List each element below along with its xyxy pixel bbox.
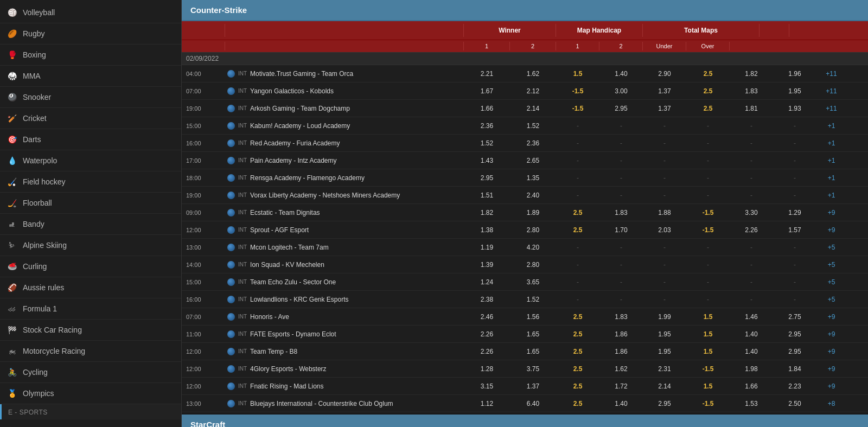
total-maps-under[interactable]: 1.98: [730, 362, 773, 375]
total-maps-1[interactable]: 2.5: [686, 85, 730, 98]
winner-1-odd[interactable]: 1.38: [464, 224, 510, 237]
map-handicap-1[interactable]: 2.5: [556, 310, 599, 323]
map-handicap-3[interactable]: 1.95: [643, 345, 686, 358]
map-handicap-3[interactable]: 2.03: [643, 224, 686, 237]
map-handicap-2[interactable]: 1.40: [599, 67, 643, 80]
total-maps-over[interactable]: 1.84: [773, 362, 816, 375]
match-name-cell[interactable]: INTFnatic Rising - Mad Lions: [225, 380, 464, 393]
more-markets-button[interactable]: +5: [816, 258, 846, 271]
winner-2-odd[interactable]: 1.52: [510, 293, 556, 306]
sidebar-item-stock-car-racing[interactable]: 🏁Stock Car Racing: [0, 320, 181, 341]
sidebar-item-rugby[interactable]: 🏉Rugby: [0, 23, 181, 44]
winner-1-odd[interactable]: 2.46: [464, 310, 510, 323]
total-maps-under[interactable]: 1.83: [730, 85, 773, 98]
total-maps-1[interactable]: 2.5: [686, 67, 730, 80]
more-markets-button[interactable]: +1: [816, 119, 846, 132]
match-name-cell[interactable]: INTRensga Academy - Flamengo Academy: [225, 171, 464, 184]
more-markets-button[interactable]: +9: [816, 345, 846, 358]
total-maps-under[interactable]: 1.40: [730, 345, 773, 358]
match-row[interactable]: 15:00INTKabum! Academy - Loud Academy2.3…: [182, 117, 868, 135]
sidebar-item-formula-1[interactable]: 🏎Formula 1: [0, 298, 181, 320]
winner-1-odd[interactable]: 2.36: [464, 119, 510, 132]
sidebar-item-motorcycle-racing[interactable]: 🏍Motorcycle Racing: [0, 341, 181, 362]
winner-2-odd[interactable]: 1.52: [510, 119, 556, 132]
winner-2-odd[interactable]: 1.56: [510, 310, 556, 323]
sidebar-item-darts[interactable]: 🎯Darts: [0, 129, 181, 150]
sidebar-item-waterpolo[interactable]: 💧Waterpolo: [0, 150, 181, 171]
total-maps-1[interactable]: 1.5: [686, 380, 730, 393]
map-handicap-1[interactable]: 1.5: [556, 67, 599, 80]
map-handicap-3[interactable]: 2.31: [643, 362, 686, 375]
map-handicap-3[interactable]: 1.37: [643, 85, 686, 98]
match-name-cell[interactable]: INTEcstatic - Team Dignitas: [225, 206, 464, 219]
match-row[interactable]: 13:00INTBluejays International - Counter…: [182, 395, 868, 412]
total-maps-over[interactable]: 1.93: [773, 102, 816, 115]
more-markets-button[interactable]: +9: [816, 206, 846, 219]
match-row[interactable]: 11:00INTFATE Esports - Dynamo Eclot2.261…: [182, 326, 868, 343]
winner-1-odd[interactable]: 1.19: [464, 241, 510, 254]
winner-2-odd[interactable]: 1.62: [510, 67, 556, 80]
winner-1-odd[interactable]: 1.28: [464, 362, 510, 375]
total-maps-under[interactable]: 2.26: [730, 224, 773, 237]
winner-1-odd[interactable]: 1.12: [464, 397, 510, 410]
sidebar-item-cricket[interactable]: 🏏Cricket: [0, 108, 181, 129]
match-name-cell[interactable]: INTHonoris - Ave: [225, 310, 464, 323]
total-maps-over[interactable]: 2.50: [773, 397, 816, 410]
winner-2-odd[interactable]: 1.35: [510, 171, 556, 184]
more-markets-button[interactable]: +11: [816, 102, 846, 115]
map-handicap-2[interactable]: 3.00: [599, 85, 643, 98]
winner-2-odd[interactable]: 3.65: [510, 276, 556, 289]
match-row[interactable]: 19:00INTVorax Liberty Academy - Netshoes…: [182, 187, 868, 204]
map-handicap-2[interactable]: 1.72: [599, 380, 643, 393]
winner-1-odd[interactable]: 2.38: [464, 293, 510, 306]
winner-2-odd[interactable]: 2.12: [510, 85, 556, 98]
more-markets-button[interactable]: +11: [816, 85, 846, 98]
winner-1-odd[interactable]: 2.21: [464, 67, 510, 80]
winner-1-odd[interactable]: 1.39: [464, 258, 510, 271]
map-handicap-3[interactable]: 2.95: [643, 397, 686, 410]
winner-2-odd[interactable]: 2.40: [510, 189, 556, 202]
winner-2-odd[interactable]: 4.20: [510, 241, 556, 254]
winner-2-odd[interactable]: 2.65: [510, 154, 556, 167]
total-maps-under[interactable]: 1.53: [730, 397, 773, 410]
match-row[interactable]: 12:00INTFnatic Rising - Mad Lions3.151.3…: [182, 378, 868, 395]
total-maps-over[interactable]: 2.95: [773, 328, 816, 341]
match-row[interactable]: 14:00INTIon Squad - KV Mechelen1.392.80-…: [182, 256, 868, 273]
more-markets-button[interactable]: +11: [816, 67, 846, 80]
match-row[interactable]: 16:00INTLowlandlions - KRC Genk Esports2…: [182, 291, 868, 308]
match-name-cell[interactable]: INTRed Academy - Furia Academy: [225, 137, 464, 150]
match-row[interactable]: 07:00INTYangon Galacticos - Kobolds1.672…: [182, 82, 868, 100]
map-handicap-1[interactable]: -1.5: [556, 85, 599, 98]
winner-1-odd[interactable]: 2.26: [464, 328, 510, 341]
more-markets-button[interactable]: +8: [816, 397, 846, 410]
map-handicap-1[interactable]: 2.5: [556, 345, 599, 358]
match-row[interactable]: 12:00INT4Glory Esports - Websterz1.283.7…: [182, 360, 868, 378]
match-row[interactable]: 07:00INTHonoris - Ave2.461.562.51.831.99…: [182, 308, 868, 326]
match-name-cell[interactable]: INTSprout - AGF Esport: [225, 224, 464, 237]
total-maps-under[interactable]: 3.30: [730, 206, 773, 219]
map-handicap-1[interactable]: 2.5: [556, 224, 599, 237]
winner-2-odd[interactable]: 2.80: [510, 258, 556, 271]
match-row[interactable]: 13:00INTMcon Logitech - Team 7am1.194.20…: [182, 239, 868, 256]
match-name-cell[interactable]: INTPain Academy - Intz Academy: [225, 154, 464, 167]
map-handicap-2[interactable]: 1.83: [599, 206, 643, 219]
sidebar-item-field-hockey[interactable]: 🏑Field hockey: [0, 171, 181, 193]
map-handicap-1[interactable]: 2.5: [556, 362, 599, 375]
map-handicap-2[interactable]: 1.70: [599, 224, 643, 237]
map-handicap-1[interactable]: 2.5: [556, 397, 599, 410]
more-markets-button[interactable]: +1: [816, 137, 846, 150]
map-handicap-3[interactable]: 2.90: [643, 67, 686, 80]
total-maps-under[interactable]: 1.81: [730, 102, 773, 115]
map-handicap-2[interactable]: 1.86: [599, 345, 643, 358]
match-row[interactable]: 12:00INTTeam Temp - B82.261.652.51.861.9…: [182, 343, 868, 360]
more-markets-button[interactable]: +9: [816, 310, 846, 323]
winner-2-odd[interactable]: 6.40: [510, 397, 556, 410]
map-handicap-3[interactable]: 1.95: [643, 328, 686, 341]
map-handicap-3[interactable]: 1.37: [643, 102, 686, 115]
map-handicap-1[interactable]: 2.5: [556, 206, 599, 219]
winner-1-odd[interactable]: 2.95: [464, 171, 510, 184]
sidebar-item-floorball[interactable]: 🏒Floorball: [0, 193, 181, 214]
more-markets-button[interactable]: +5: [816, 276, 846, 289]
sidebar-item-volleyball[interactable]: 🏐Volleyball: [0, 2, 181, 23]
map-handicap-1[interactable]: 2.5: [556, 328, 599, 341]
